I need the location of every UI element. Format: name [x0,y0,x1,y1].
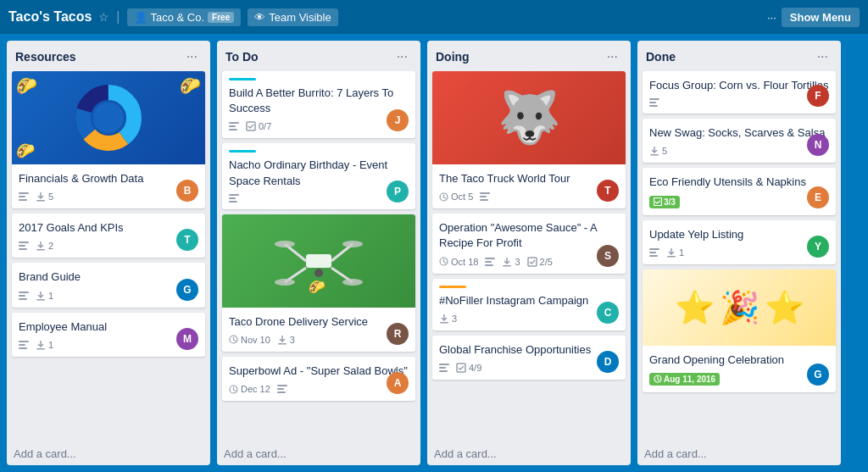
card-meta-grand-opening: Aug 11, 2016 [649,373,829,386]
clock-icon: Dec 12 [229,384,270,394]
column-header-done: Done ··· [637,41,841,71]
card-yelp[interactable]: Update Yelp Listing 1 Y [643,220,836,264]
card-meta-instagram: 3 [439,314,619,324]
svg-point-37 [314,269,323,277]
card-grand-opening[interactable]: ⭐ 🎉 ⭐ Grand Opening Celebration Aug 11, … [643,269,836,392]
svg-rect-12 [36,249,45,251]
svg-rect-27 [229,201,237,203]
add-card-doing[interactable]: Add a card... [427,442,631,465]
free-badge: Free [208,12,234,23]
checklist-count: 0/7 [246,121,271,131]
card-swag[interactable]: New Swag: Socks, Scarves & Salsa 5 N [643,119,836,163]
visibility-selector[interactable]: 👁 Team Visible [248,8,337,26]
attach-count: 1 [36,340,53,350]
card-financials[interactable]: 🌮 🌮 🌮 Financials & Growth Data 5 B [12,71,205,208]
column-todo: To Do ··· Build A Better Burrito: 7 Laye… [217,41,420,465]
attach-count: 5 [649,146,667,156]
card-meta-taco-truck: Oct 5 [439,192,619,202]
card-meta-brand: 1 [19,291,198,301]
column-content-doing: 🐺 The Taco Truck World Tour Oct 5 T Oper… [427,71,631,442]
column-title-resources: Resources [15,50,76,64]
column-menu-button-done[interactable]: ··· [813,47,832,66]
add-card-resources[interactable]: Add a card... [7,442,210,465]
lines-icon [19,292,29,300]
card-brand[interactable]: Brand Guide 1 G [12,263,205,307]
card-meta-focus-group [649,98,829,107]
dots-icon: ··· [767,11,776,24]
card-eco[interactable]: Eco Friendly Utensils & Napkins 3/3 E [643,168,836,214]
card-meta-eco: 3/3 [649,196,829,208]
column-content-resources: 🌮 🌮 🌮 Financials & Growth Data 5 B [7,71,210,442]
column-content-done: Focus Group: Corn vs. Flour Tortillas F … [637,71,841,442]
column-title-doing: Doing [436,50,470,64]
svg-rect-15 [19,298,27,300]
card-employee[interactable]: Employee Manual 1 M [12,313,205,357]
card-avatar-yelp: Y [807,236,829,258]
checklist-count: 4/9 [456,363,481,373]
attach-count: 3 [502,257,520,267]
card-title-goals: 2017 Goals And KPIs [19,220,198,236]
svg-rect-17 [19,341,29,342]
svg-rect-13 [19,292,29,293]
svg-rect-26 [229,197,236,199]
card-meta-burrito: 0/7 [229,121,409,131]
svg-rect-55 [440,322,448,324]
lines-icon [439,364,449,372]
svg-point-36 [342,279,363,286]
card-avatar-superbowl: A [387,372,409,394]
svg-rect-58 [439,370,448,372]
card-awesome-sauce[interactable]: Operation "Awesome Sauce" - A Recipe For… [432,214,626,273]
attach-count: 3 [277,335,295,345]
card-title-focus-group: Focus Group: Corn vs. Flour Tortillas [649,78,829,93]
card-taco-truck[interactable]: 🐺 The Taco Truck World Tour Oct 5 T [432,71,626,208]
card-meta-yelp: 1 [649,247,829,258]
column-menu-button-todo[interactable]: ··· [392,47,412,66]
lines-icon [649,98,659,107]
card-instagram[interactable]: #NoFiller Instagram Campaign 3 C [432,279,626,330]
add-card-done[interactable]: Add a card... [637,442,841,465]
card-title-awesome-sauce: Operation "Awesome Sauce" - A Recipe For… [439,220,619,251]
card-title-employee: Employee Manual [19,319,198,335]
attach-count: 3 [439,314,457,324]
svg-rect-16 [36,299,45,301]
column-doing: Doing ··· 🐺 The Taco Truck World Tour Oc… [427,41,631,465]
org-selector[interactable]: 👤 Taco & Co. Free [127,8,242,26]
svg-rect-9 [19,242,29,243]
card-superbowl[interactable]: Superbowl Ad - "Super Salad Bowls" Dec 1… [222,357,415,401]
column-done: Done ··· Focus Group: Corn vs. Flour Tor… [637,41,841,465]
column-title-todo: To Do [225,50,259,64]
svg-rect-44 [277,391,286,393]
star-icon[interactable]: ☆ [98,10,109,24]
card-avatar-nacho: P [387,180,409,203]
svg-rect-61 [649,102,656,103]
card-focus-group[interactable]: Focus Group: Corn vs. Flour Tortillas F [643,71,836,114]
svg-rect-53 [503,265,511,267]
card-goals[interactable]: 2017 Goals And KPIs 2 T [12,214,205,258]
card-franchise[interactable]: Global Franchise Opportunities 4/9 D [432,336,626,380]
svg-rect-48 [480,199,488,201]
lines-icon [480,192,490,201]
add-card-todo[interactable]: Add a card... [217,442,420,465]
card-title-burrito: Build A Better Burrito: 7 Layers To Succ… [229,86,409,116]
board-title[interactable]: Taco's Tacos [8,9,92,25]
svg-point-35 [275,279,295,286]
lines-icon [229,122,239,130]
svg-text:🌮: 🌮 [309,279,326,295]
column-menu-button-resources[interactable]: ··· [182,47,202,66]
show-menu-button[interactable]: Show Menu [782,8,860,27]
card-title-yelp: Update Yelp Listing [649,227,829,242]
svg-point-34 [342,241,363,247]
card-nacho[interactable]: Nacho Ordinary Birthday - Event Space Re… [222,143,415,208]
card-meta-awesome-sauce: Oct 18 3 2/5 [439,257,619,267]
svg-rect-22 [229,125,236,127]
svg-rect-57 [439,367,446,369]
card-avatar-grand-opening: G [807,364,829,386]
column-menu-button-doing[interactable]: ··· [603,47,622,66]
svg-point-33 [275,241,295,247]
card-burrito[interactable]: Build A Better Burrito: 7 Layers To Succ… [222,71,415,138]
svg-rect-28 [306,254,331,268]
attach-count: 2 [36,241,53,251]
svg-rect-63 [650,154,659,156]
card-drone[interactable]: 🌮 Taco Drone Delivery Service Nov 10 3 R [222,214,415,352]
card-title-financials: Financials & Growth Data [19,171,198,186]
